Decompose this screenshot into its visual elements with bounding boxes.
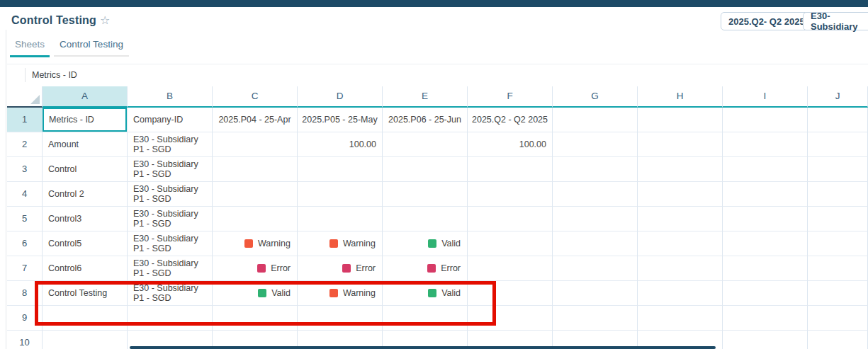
cell-I1[interactable] xyxy=(723,108,808,132)
cell-F3[interactable] xyxy=(468,157,553,182)
cell-F4[interactable] xyxy=(468,182,553,207)
cell-I9[interactable] xyxy=(723,306,808,331)
column-header-I[interactable]: I xyxy=(723,86,808,108)
cell-D2[interactable]: 100.00 xyxy=(298,132,383,157)
cell-B4[interactable]: E30 - Subsidiary P1 - SGD xyxy=(128,182,213,207)
cell-E6[interactable]: Valid xyxy=(383,231,468,256)
cell-H1[interactable] xyxy=(638,108,723,132)
cell-E4[interactable] xyxy=(383,182,468,207)
cell-C5[interactable] xyxy=(213,207,298,231)
select-all-corner[interactable] xyxy=(7,86,43,108)
cell-C7[interactable]: Error xyxy=(213,256,298,281)
cell-G1[interactable] xyxy=(553,108,638,132)
formula-bar[interactable]: Metrics - ID xyxy=(7,64,868,85)
row-header-5[interactable]: 5 xyxy=(7,207,43,231)
cell-D4[interactable] xyxy=(298,182,383,207)
cell-I8[interactable] xyxy=(723,281,808,306)
cell-D6[interactable]: Warning xyxy=(298,231,383,256)
cell-E3[interactable] xyxy=(383,157,468,182)
name-box[interactable] xyxy=(7,64,25,85)
column-header-D[interactable]: D xyxy=(298,86,383,108)
cell-A7[interactable]: Control6 xyxy=(43,256,128,281)
cell-G6[interactable] xyxy=(553,231,638,256)
cell-B7[interactable]: E30 - Subsidiary P1 - SGD xyxy=(128,256,213,281)
column-header-F[interactable]: F xyxy=(468,86,553,108)
cell-H5[interactable] xyxy=(638,207,723,231)
cell-F5[interactable] xyxy=(468,207,553,231)
cell-G2[interactable] xyxy=(553,132,638,157)
row-header-10[interactable]: 10 xyxy=(7,331,43,349)
cell-E1[interactable]: 2025.P06 - 25-Jun xyxy=(383,108,468,132)
cell-C1[interactable]: 2025.P04 - 25-Apr xyxy=(213,108,298,132)
cell-I6[interactable] xyxy=(723,231,808,256)
cell-J1[interactable] xyxy=(808,108,868,132)
cell-F2[interactable]: 100.00 xyxy=(468,132,553,157)
entity-selector-chip[interactable]: E30- Subsidiary xyxy=(803,12,868,30)
cell-H7[interactable] xyxy=(638,256,723,281)
cell-J4[interactable] xyxy=(808,182,868,207)
cell-E9[interactable] xyxy=(383,306,468,331)
cell-J8[interactable] xyxy=(808,281,868,306)
cell-C9[interactable] xyxy=(213,306,298,331)
cell-H8[interactable] xyxy=(638,281,723,306)
cell-H3[interactable] xyxy=(638,157,723,182)
row-header-1[interactable]: 1 xyxy=(7,108,43,132)
cell-B6[interactable]: E30 - Subsidiary P1 - SGD xyxy=(128,231,213,256)
row-header-7[interactable]: 7 xyxy=(7,256,43,281)
column-header-B[interactable]: B xyxy=(128,86,213,108)
cell-D1[interactable]: 2025.P05 - 25-May xyxy=(298,108,383,132)
cell-A4[interactable]: Control 2 xyxy=(43,182,128,207)
row-header-6[interactable]: 6 xyxy=(7,231,43,256)
row-header-4[interactable]: 4 xyxy=(7,182,43,207)
cell-A1[interactable]: Metrics - ID xyxy=(43,108,128,132)
cell-H4[interactable] xyxy=(638,182,723,207)
cell-F1[interactable]: 2025.Q2 - Q2 2025 xyxy=(468,108,553,132)
cell-A9[interactable] xyxy=(43,306,128,331)
cell-D9[interactable] xyxy=(298,306,383,331)
cell-A10[interactable] xyxy=(43,331,128,349)
cell-C4[interactable] xyxy=(213,182,298,207)
cell-H2[interactable] xyxy=(638,132,723,157)
tab-sheets[interactable]: Sheets xyxy=(10,39,50,57)
row-header-2[interactable]: 2 xyxy=(7,132,43,157)
cell-I5[interactable] xyxy=(723,207,808,231)
cell-G5[interactable] xyxy=(553,207,638,231)
cell-J2[interactable] xyxy=(808,132,868,157)
column-header-A[interactable]: A xyxy=(43,86,128,108)
cell-J5[interactable] xyxy=(808,207,868,231)
cell-B3[interactable]: E30 - Subsidiary P1 - SGD xyxy=(128,157,213,182)
cell-I3[interactable] xyxy=(723,157,808,182)
row-header-3[interactable]: 3 xyxy=(7,157,43,182)
cell-E5[interactable] xyxy=(383,207,468,231)
cell-D8[interactable]: Warning xyxy=(298,281,383,306)
cell-H9[interactable] xyxy=(638,306,723,331)
formula-bar-value[interactable]: Metrics - ID xyxy=(26,70,77,80)
cell-D7[interactable]: Error xyxy=(298,256,383,281)
cell-A6[interactable]: Control5 xyxy=(43,231,128,256)
cell-J9[interactable] xyxy=(808,306,868,331)
cell-E2[interactable] xyxy=(383,132,468,157)
cell-I4[interactable] xyxy=(723,182,808,207)
column-header-E[interactable]: E xyxy=(383,86,468,108)
cell-B9[interactable] xyxy=(128,306,213,331)
cell-C6[interactable]: Warning xyxy=(213,231,298,256)
cell-F6[interactable] xyxy=(468,231,553,256)
cell-D3[interactable] xyxy=(298,157,383,182)
cell-C2[interactable] xyxy=(213,132,298,157)
period-selector-chip[interactable]: 2025.Q2- Q2 2025 xyxy=(721,12,813,30)
cell-E7[interactable]: Error xyxy=(383,256,468,281)
cell-D5[interactable] xyxy=(298,207,383,231)
row-header-8[interactable]: 8 xyxy=(7,281,43,306)
cell-H6[interactable] xyxy=(638,231,723,256)
cell-F7[interactable] xyxy=(468,256,553,281)
favorite-star-icon[interactable]: ☆ xyxy=(100,13,110,27)
cell-I10[interactable] xyxy=(723,331,808,349)
cell-A5[interactable]: Control3 xyxy=(43,207,128,231)
tab-control-testing[interactable]: Control Testing xyxy=(54,39,129,57)
cell-B8[interactable]: E30 - Subsidiary P1 - SGD xyxy=(128,281,213,306)
column-header-C[interactable]: C xyxy=(213,86,298,108)
cell-G9[interactable] xyxy=(553,306,638,331)
cell-F9[interactable] xyxy=(468,306,553,331)
cell-C3[interactable] xyxy=(213,157,298,182)
cell-A8[interactable]: Control Testing xyxy=(43,281,128,306)
